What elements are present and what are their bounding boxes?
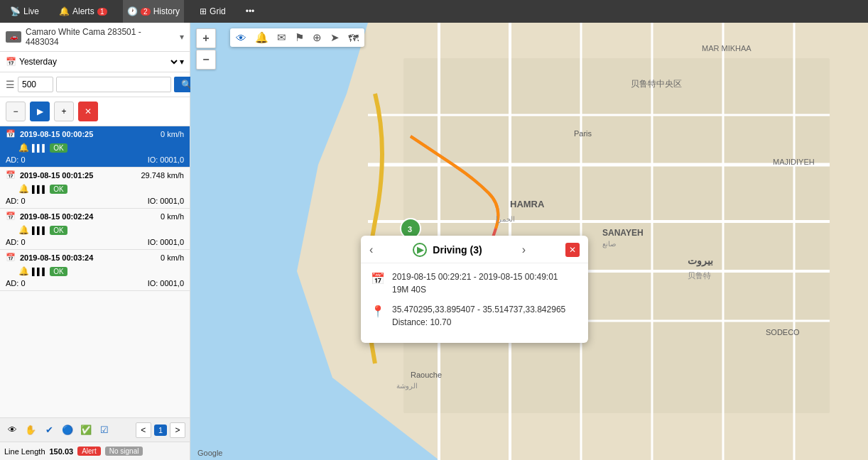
list-item[interactable]: 📅 2019-08-15 00:02:24 0 km/h 🔔 ▌▌▌ OK AD… [0,209,190,250]
list-item-row2: 🔔 ▌▌▌ OK [0,265,190,278]
nav-history-label: History [153,6,180,16]
ok-badge: OK [50,226,67,235]
nav-grid[interactable]: ⊞ Grid [195,0,230,23]
check-circle-icon[interactable]: ✔ [41,422,57,438]
check-icon2[interactable]: ✅ [78,422,94,438]
popup-coords-row: 📍 35.470295,33.895407 - 35.514737,33.842… [371,303,578,329]
send-tool-icon[interactable]: ✉ [277,31,286,44]
io-value: IO: 0001,0 [148,279,184,288]
nav-alerts-label: Alerts [72,6,94,16]
plus-icon: + [61,106,66,116]
navigation-tool-icon[interactable]: ➤ [330,31,340,44]
top-navigation: 📡 Live 🔔 Alerts 1 🕐 2 History ⊞ Grid ••• [0,0,868,23]
eye-tool-icon[interactable]: 👁 [236,32,246,44]
driving-status-icon: ▶ [413,243,427,257]
nav-live-label: Live [23,6,39,16]
popup-duration: 19M 40S [392,283,558,296]
item-speed: 29.748 km/h [141,171,184,180]
popup-header: ‹ ▶ Driving (3) › ✕ [361,236,588,263]
calendar-icon: 📅 [6,170,16,180]
calendar-icon: 📅 [6,253,16,262]
layers-tool-icon[interactable]: ⊕ [313,31,322,44]
list-item[interactable]: 📅 2019-08-15 00:01:25 29.748 km/h 🔔 ▌▌▌ … [0,168,190,209]
count-input[interactable] [18,77,53,92]
minus-icon: − [13,106,18,116]
item-time: 2019-08-15 00:03:24 [20,253,93,262]
zoom-out-button[interactable]: − [196,50,216,70]
date-dropdown-arrow: ▾ [180,57,184,67]
popup-body: 📅 2019-08-15 00:29:21 - 2019-08-15 00:49… [361,263,588,343]
list-item-row3: AD: 0 IO: 0001,0 [0,195,190,208]
svg-text:صانع: صانع [602,240,616,248]
search-bar: ☰ 🔍 Search [0,72,190,97]
popup-datetime-row: 📅 2019-08-15 00:29:21 - 2019-08-15 00:49… [371,270,578,296]
signal-bars: ▌▌▌ [32,226,47,234]
io-value: IO: 0001,0 [148,155,184,164]
history-icon: 🕐 [127,6,138,16]
nav-alerts[interactable]: 🔔 Alerts 1 [55,0,112,23]
svg-text:贝鲁特: 贝鲁特 [688,271,711,280]
live-icon: 📡 [10,6,21,16]
signal-bars: ▌▌▌ [32,185,47,193]
shield-check-icon[interactable]: 🔵 [60,422,75,438]
bell-tool-icon[interactable]: 🔔 [255,31,268,44]
bell-icon: 🔔 [18,225,29,235]
svg-text:HAMRA: HAMRA [510,199,545,209]
nav-more[interactable]: ••• [242,0,259,23]
zoom-in-button[interactable]: + [196,28,216,48]
nav-live[interactable]: 📡 Live [6,0,43,23]
popup-coords: 35.470295,33.895407 - 35.514737,33.84296… [392,303,565,316]
play-icon: ▶ [37,106,43,116]
history-list[interactable]: 📅 2019-08-15 00:00:25 0 km/h 🔔 ▌▌▌ OK AD… [0,126,190,417]
alerts-badge: 1 [97,8,107,16]
vehicle-selector[interactable]: 🚗 Camaro White Cama 283501 - 4483034 ▾ [0,23,190,52]
calendar-popup-icon: 📅 [371,272,385,285]
svg-text:SANAYEH: SANAYEH [602,228,644,238]
nav-history-badge: 2 [141,8,151,16]
rewind-button[interactable]: − [6,102,26,121]
flag-tool-icon[interactable]: ⚑ [295,31,304,44]
list-item[interactable]: 📅 2019-08-15 00:03:24 0 km/h 🔔 ▌▌▌ OK AD… [0,250,190,291]
item-speed: 0 km/h [161,212,184,221]
ad-value: AD: 0 [6,238,26,246]
item-speed: 0 km/h [161,130,184,138]
alerts-icon: 🔔 [59,6,70,16]
list-item-row1: 📅 2019-08-15 00:01:25 29.748 km/h [0,168,190,182]
io-value: IO: 0001,0 [148,238,184,246]
nav-grid-label: Grid [210,6,226,16]
map-type-icon[interactable]: 🗺 [348,32,359,44]
svg-text:贝鲁特中央区: 贝鲁特中央区 [631,79,682,89]
signal-bars: ▌▌▌ [32,268,47,275]
ad-value: AD: 0 [6,197,26,205]
list-item[interactable]: 📅 2019-08-15 00:00:25 0 km/h 🔔 ▌▌▌ OK AD… [0,126,190,168]
date-selector[interactable]: 📅 Yesterday Today Custom ▾ [0,52,190,72]
line-length-value: 150.03 [50,447,74,456]
check-icon3[interactable]: ☑ [97,422,112,438]
list-icon[interactable]: ☰ [6,79,15,90]
search-input[interactable] [56,77,171,92]
prev-page-button[interactable]: < [136,422,151,438]
ok-badge: OK [50,185,67,194]
popup-close-button[interactable]: ✕ [565,243,580,257]
popup-prev-button[interactable]: ‹ [369,243,373,256]
nav-history[interactable]: 🕐 2 History [123,0,184,23]
popup-distance: Distance: 10.70 [392,316,565,329]
eye-bottom-icon[interactable]: 👁 [4,422,20,438]
hand-icon[interactable]: ✋ [23,422,38,438]
svg-text:MAJIDIYEH: MAJIDIYEH [773,158,815,166]
forward-button[interactable]: + [54,102,74,121]
item-speed: 0 km/h [161,253,184,262]
date-select[interactable]: Yesterday Today Custom [16,56,180,67]
io-value: IO: 0001,0 [148,197,184,205]
close-playback-button[interactable]: ✕ [78,102,98,121]
ok-badge: OK [50,267,67,276]
play-button[interactable]: ▶ [30,102,50,121]
next-page-button[interactable]: > [170,422,185,438]
line-length-label: Line Length [4,447,45,456]
google-attribution: Google [197,449,222,457]
bell-icon: 🔔 [18,184,29,194]
location-popup-icon: 📍 [371,305,385,318]
popup-next-button[interactable]: › [522,243,526,256]
bell-icon: 🔔 [18,143,29,153]
svg-text:Raouche: Raouche [411,371,442,379]
